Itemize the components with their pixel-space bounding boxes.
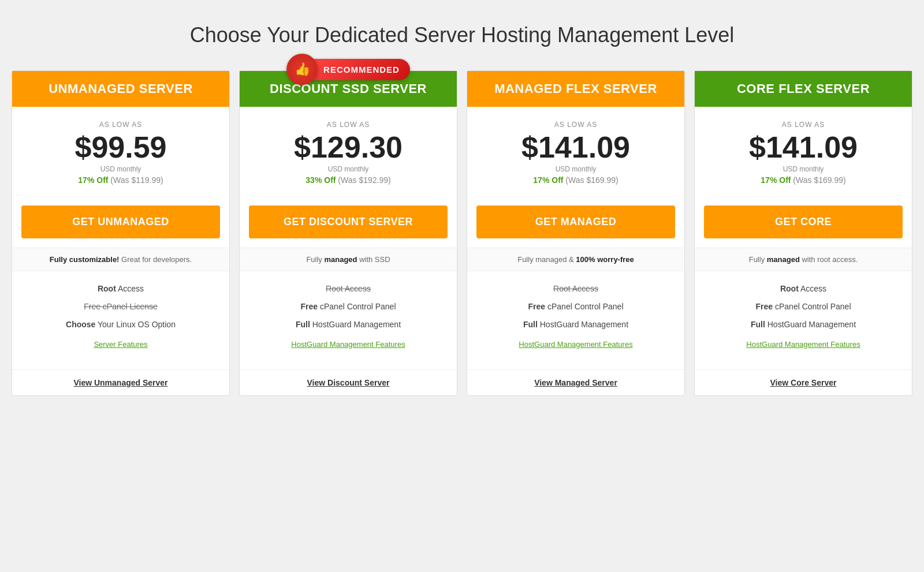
discount-was: (Was $119.99): [110, 175, 163, 185]
card-pricing: AS LOW AS $141.09 USD monthly 17% Off (W…: [467, 107, 684, 196]
page-title: Choose Your Dedicated Server Hosting Man…: [12, 23, 912, 47]
card-features: Root Access Free cPanel License Choose Y…: [12, 271, 229, 369]
usd-monthly-label: USD monthly: [476, 165, 675, 173]
as-low-as-label: AS LOW AS: [476, 121, 675, 129]
feature-item: Full HostGuard Management: [249, 319, 448, 331]
card-header: MANAGED FLEX SERVER: [467, 71, 684, 107]
card-title: MANAGED FLEX SERVER: [476, 81, 675, 96]
view-link[interactable]: View Discount Server: [240, 369, 457, 395]
feature-link[interactable]: HostGuard Management Features: [249, 340, 448, 349]
feature-link[interactable]: HostGuard Management Features: [476, 340, 675, 349]
card-features: Root Access Free cPanel Control Panel Fu…: [240, 271, 457, 369]
as-low-as-label: AS LOW AS: [249, 121, 448, 129]
card-features: Root Access Free cPanel Control Panel Fu…: [695, 271, 912, 369]
discount-pct: 17% Off: [78, 175, 108, 185]
usd-monthly-label: USD monthly: [21, 165, 220, 173]
feature-link[interactable]: HostGuard Management Features: [704, 340, 903, 349]
cta-button[interactable]: GET MANAGED: [476, 205, 675, 238]
card-pricing: AS LOW AS $141.09 USD monthly 17% Off (W…: [695, 107, 912, 196]
feature-item: Full HostGuard Management: [704, 319, 903, 331]
feature-item: Root Access: [249, 283, 448, 295]
card-tagline: Fully managed & 100% worry-free: [467, 248, 684, 271]
card-unmanaged: UNMANAGED SERVER AS LOW AS $99.59 USD mo…: [12, 70, 230, 396]
price-value: $99.59: [21, 131, 220, 164]
discount-pct: 17% Off: [761, 175, 791, 185]
usd-monthly-label: USD monthly: [249, 165, 448, 173]
discount-info: 17% Off (Was $169.99): [476, 175, 675, 185]
as-low-as-label: AS LOW AS: [704, 121, 903, 129]
feature-item: Full HostGuard Management: [476, 319, 675, 331]
card-discount-ssd: 👍 RECOMMENDED DISCOUNT SSD SERVER AS LOW…: [239, 70, 457, 396]
discount-pct: 17% Off: [533, 175, 563, 185]
discount-info: 17% Off (Was $119.99): [21, 175, 220, 185]
card-pricing: AS LOW AS $99.59 USD monthly 17% Off (Wa…: [12, 107, 229, 196]
discount-was: (Was $192.99): [338, 175, 390, 185]
card-features: Root Access Free cPanel Control Panel Fu…: [467, 271, 684, 369]
discount-info: 17% Off (Was $169.99): [704, 175, 903, 185]
card-title: UNMANAGED SERVER: [21, 81, 220, 96]
as-low-as-label: AS LOW AS: [21, 121, 220, 129]
feature-item: Free cPanel Control Panel: [704, 301, 903, 313]
card-tagline: Fully customizable! Great for developers…: [12, 248, 229, 271]
feature-item: Free cPanel License: [21, 301, 220, 313]
usd-monthly-label: USD monthly: [704, 165, 903, 173]
cta-button[interactable]: GET DISCOUNT SERVER: [249, 205, 448, 238]
card-managed-flex: MANAGED FLEX SERVER AS LOW AS $141.09 US…: [467, 70, 685, 396]
price-value: $141.09: [704, 131, 903, 164]
discount-pct: 33% Off: [305, 175, 336, 185]
feature-item: Root Access: [21, 283, 220, 295]
card-header: UNMANAGED SERVER: [12, 71, 229, 107]
card-tagline: Fully managed with root access.: [695, 248, 912, 271]
discount-info: 33% Off (Was $192.99): [249, 175, 448, 185]
card-tagline: Fully managed with SSD: [240, 248, 457, 271]
feature-link[interactable]: Server Features: [21, 340, 220, 349]
discount-was: (Was $169.99): [565, 175, 618, 185]
discount-was: (Was $169.99): [793, 175, 845, 185]
recommended-badge: 👍 RECOMMENDED: [286, 54, 410, 85]
feature-item: Root Access: [476, 283, 675, 295]
cta-button[interactable]: GET CORE: [704, 205, 903, 238]
feature-item: Free cPanel Control Panel: [249, 301, 448, 313]
card-pricing: AS LOW AS $129.30 USD monthly 33% Off (W…: [240, 107, 457, 196]
feature-item: Choose Your Linux OS Option: [21, 319, 220, 331]
feature-item: Free cPanel Control Panel: [476, 301, 675, 313]
card-header: CORE FLEX SERVER: [695, 71, 912, 107]
view-link[interactable]: View Managed Server: [467, 369, 684, 395]
cards-container: UNMANAGED SERVER AS LOW AS $99.59 USD mo…: [12, 70, 912, 396]
thumbs-up-icon: 👍: [286, 54, 318, 85]
view-link[interactable]: View Unmanaged Server: [12, 369, 229, 395]
cta-button[interactable]: GET UNMANAGED: [21, 205, 220, 238]
price-value: $141.09: [476, 131, 675, 164]
card-core-flex: CORE FLEX SERVER AS LOW AS $141.09 USD m…: [694, 70, 912, 396]
price-value: $129.30: [249, 131, 448, 164]
view-link[interactable]: View Core Server: [695, 369, 912, 395]
feature-item: Root Access: [704, 283, 903, 295]
recommended-label: RECOMMENDED: [311, 59, 410, 80]
card-title: CORE FLEX SERVER: [704, 81, 903, 96]
